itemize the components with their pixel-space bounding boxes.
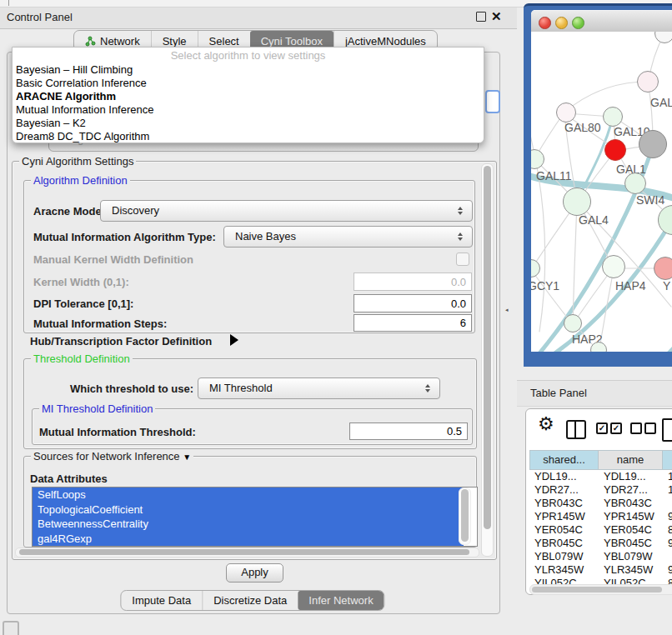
table-cell: YBR043C (529, 497, 599, 510)
which-threshold-combo[interactable]: MI Threshold (198, 378, 440, 399)
control-panel-titlebar (0, 8, 517, 29)
column-header-shared[interactable]: shared... (529, 450, 599, 470)
network-window-titlebar[interactable] (531, 10, 672, 33)
bottom-tab-discretize-data[interactable]: Discretize Data (202, 591, 298, 610)
settings-horizontal-scrollbar[interactable] (15, 548, 479, 558)
apply-button[interactable]: Apply (226, 563, 283, 582)
table-cell: YBL079W (599, 550, 663, 563)
column-header-name[interactable]: name (599, 450, 663, 470)
table-cell: YPR145W (599, 510, 663, 523)
network-node[interactable] (639, 130, 667, 158)
list-item-topologicalcoefficient[interactable]: TopologicalCoefficient (33, 502, 464, 518)
attribute-list-scrollbar[interactable] (459, 488, 471, 545)
settings-vertical-scrollbar[interactable] (481, 163, 494, 557)
table-cell: 9. (663, 510, 672, 523)
settings-horizontal-scrollbar-thumb[interactable] (19, 549, 469, 555)
algorithm-dropdown-menu: Select algorithm to view settings Bayesi… (12, 47, 484, 143)
menu-item-bayesian-hill-climbing[interactable]: Bayesian – Hill Climbing (13, 62, 484, 76)
table-cell: YER054C (599, 523, 663, 537)
close-icon[interactable]: ✕ (491, 9, 502, 24)
node-label-gal4: GAL4 (579, 213, 609, 227)
application-window: Control Panel ✕ NetworkStyleSelectCyni T… (0, 0, 672, 635)
network-node-hap2[interactable] (564, 314, 582, 332)
aracne-mode-combo[interactable]: Discovery (100, 200, 473, 222)
network-node-gal4[interactable] (563, 188, 591, 216)
network-node-swi4[interactable] (624, 172, 646, 194)
mi-steps-input[interactable] (354, 314, 472, 332)
menu-item-dream8-dc-tdc-algorithm[interactable]: Dream8 DC_TDC Algorithm (13, 129, 484, 142)
bottom-tab-impute-data[interactable]: Impute Data (121, 591, 202, 610)
close-traffic-light-icon[interactable] (539, 17, 551, 29)
menu-item-bayesian-k2[interactable]: Bayesian – K2 (13, 116, 484, 129)
data-attributes-label: Data Attributes (30, 472, 108, 485)
list-item-selfloops[interactable]: SelfLoops (33, 488, 464, 502)
mi-threshold-input[interactable] (349, 422, 468, 440)
kernel-width-input[interactable] (354, 272, 472, 291)
dpi-tolerance-input[interactable] (354, 294, 472, 312)
column-header-extra[interactable] (663, 450, 672, 470)
table-header-row: shared...name (529, 450, 672, 470)
inference-algorithm-combo-end[interactable] (485, 90, 500, 113)
columns-icon[interactable] (566, 420, 586, 439)
table-row[interactable]: YER054CYER054C8. (529, 523, 672, 537)
zoom-traffic-light-icon[interactable] (572, 17, 584, 29)
collapse-arrow-icon[interactable]: ▼ (183, 452, 191, 462)
deselect-all-checkbox-icon[interactable] (630, 422, 642, 434)
settings-vertical-scrollbar-thumb[interactable] (484, 166, 491, 529)
network-canvas[interactable]: GAL7GAL80GAL10GAL1GAL11SWI4GAL4GCY1HAP4Y… (531, 32, 672, 352)
mi-algorithm-type-combo[interactable]: Naive Bayes (223, 226, 473, 248)
network-node-gal7[interactable] (637, 71, 659, 92)
mi-threshold-label: Mutual Information Threshold: (39, 426, 196, 438)
hub-section-label[interactable]: Hub/Transcription Factor Definition (30, 335, 212, 348)
network-node-hap4[interactable] (602, 255, 625, 278)
expand-arrow-icon[interactable] (230, 334, 238, 346)
network-node-y[interactable] (654, 257, 672, 280)
which-threshold-value: MI Threshold (209, 382, 273, 394)
network-edge (566, 82, 648, 111)
panel-splitter-handle[interactable]: ◂ (505, 307, 510, 312)
network-node-gal1[interactable] (604, 139, 626, 161)
network-edge (544, 222, 671, 352)
list-item-gal4rgexp[interactable]: gal4RGexp (33, 532, 464, 547)
table-cell: YIL052C (529, 577, 599, 584)
network-node-gal10[interactable] (603, 107, 623, 127)
bottom-tab-infer-network[interactable]: Infer Network (298, 591, 384, 610)
manual-kernel-width-checkbox[interactable] (456, 252, 469, 266)
table-horizontal-scrollbar-thumb[interactable] (532, 587, 662, 592)
table-cell: YDR27... (529, 483, 599, 497)
list-item-betweennesscentrality[interactable]: BetweennessCentrality (33, 517, 464, 532)
table-row[interactable]: YPR145WYPR145W9. (529, 510, 672, 523)
table-cell: 9. (663, 563, 672, 577)
float-window-icon[interactable] (476, 12, 486, 22)
table-row[interactable]: YLR345WYLR345W9. (529, 563, 672, 577)
table-row[interactable]: YBL079WYBL079W (529, 550, 672, 563)
table-cell: YIL052C (599, 577, 663, 584)
select-all-checkbox-icon[interactable]: ✓ (610, 422, 622, 434)
deselect-all-checkbox-icon[interactable] (644, 422, 656, 434)
table-row[interactable]: YBR045CYBR045C9. (529, 537, 672, 550)
node-label-hap4: HAP4 (615, 279, 646, 292)
menu-item-basic-correlation-inference[interactable]: Basic Correlation Inference (13, 76, 484, 89)
table-horizontal-scrollbar[interactable] (529, 584, 672, 595)
dock-panel-icon[interactable] (3, 621, 19, 635)
gear-icon[interactable]: ⚙ (538, 413, 554, 435)
select-all-checkbox-icon[interactable]: ✓ (596, 422, 608, 434)
table-row[interactable]: YDR27...YDR27...12 (529, 483, 672, 497)
attribute-list-scrollbar-thumb[interactable] (461, 489, 469, 542)
menu-item-mutual-information-inference[interactable]: Mutual Information Inference (13, 102, 484, 116)
table-cell: YBL079W (529, 550, 599, 563)
table-body: YDL19...YDL19...13YDR27...YDR27...12YBR0… (529, 470, 672, 584)
aracne-mode-value: Discovery (112, 204, 159, 217)
table-cell: YDL19... (599, 470, 663, 483)
minimize-traffic-light-icon[interactable] (555, 17, 568, 29)
manual-kernel-width-label: Manual Kernel Width Definition (33, 253, 193, 266)
data-attributes-list[interactable]: SelfLoopsTopologicalCoefficientBetweenne… (32, 487, 478, 547)
network-node-gal80[interactable] (556, 102, 576, 122)
table-row[interactable]: YIL052CYIL052C8 (529, 577, 672, 584)
table-window: ⚙ ✓ ✓ shared...name YDL19...YDL19...13YD… (525, 408, 672, 595)
menu-item-aracne-algorithm[interactable]: ARACNE Algorithm (13, 89, 484, 102)
file-icon[interactable] (662, 418, 672, 442)
table-row[interactable]: YBR043CYBR043C (529, 497, 672, 510)
table-row[interactable]: YDL19...YDL19...13 (529, 470, 672, 483)
node-label-y: Y (663, 279, 670, 292)
